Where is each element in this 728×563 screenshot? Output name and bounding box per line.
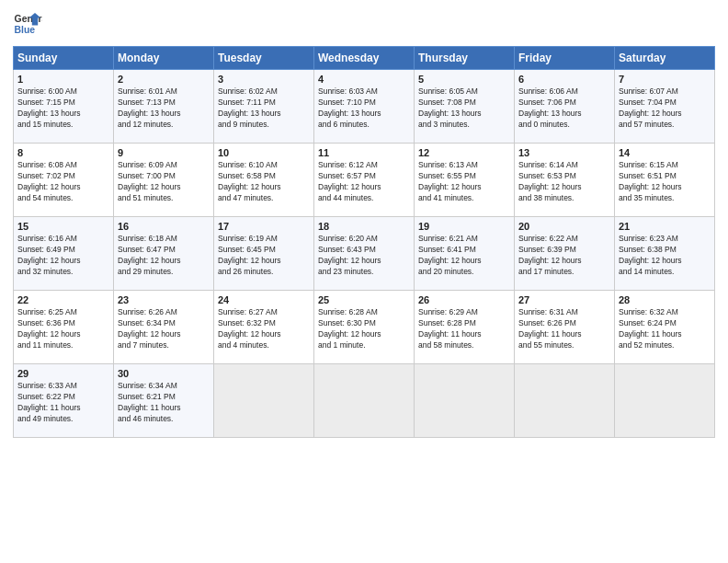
day-info: Sunrise: 6:00 AM — [17, 86, 109, 98]
day-info: Sunset: 6:28 PM — [418, 318, 510, 329]
day-info: Daylight: 12 hours — [17, 256, 109, 267]
day-info: and 32 minutes. — [17, 267, 109, 278]
day-info: Daylight: 12 hours — [619, 109, 711, 120]
logo: General Blue — [13, 9, 42, 39]
day-info: Sunrise: 6:14 AM — [518, 160, 610, 171]
day-info: Daylight: 13 hours — [118, 109, 210, 120]
day-number: 3 — [218, 74, 310, 85]
day-info: and 44 minutes. — [318, 193, 410, 204]
day-info: Sunrise: 6:33 AM — [17, 381, 109, 392]
day-info: Sunrise: 6:09 AM — [118, 160, 210, 171]
day-info: Sunrise: 6:16 AM — [17, 234, 109, 245]
day-number: 23 — [118, 294, 210, 305]
day-info: Daylight: 11 hours — [418, 329, 510, 340]
day-info: Daylight: 12 hours — [619, 256, 711, 267]
day-info: and 4 minutes. — [218, 340, 310, 351]
day-info: Sunset: 6:51 PM — [619, 171, 711, 182]
day-number: 28 — [619, 294, 711, 305]
day-info: Daylight: 12 hours — [318, 182, 410, 193]
day-info: Daylight: 11 hours — [619, 329, 711, 340]
day-info: Sunset: 7:11 PM — [218, 98, 310, 109]
day-number: 29 — [17, 368, 109, 379]
day-info: Sunset: 6:26 PM — [518, 318, 610, 329]
day-info: Sunrise: 6:10 AM — [218, 160, 310, 171]
calendar-header: SundayMondayTuesdayWednesdayThursdayFrid… — [14, 47, 715, 70]
calendar-cell — [415, 364, 515, 438]
day-number: 5 — [418, 74, 510, 85]
day-info: Sunrise: 6:21 AM — [418, 234, 510, 245]
day-info: Sunset: 7:13 PM — [118, 98, 210, 109]
header: General Blue — [13, 9, 715, 39]
day-info: Daylight: 11 hours — [17, 403, 109, 414]
day-info: Daylight: 12 hours — [518, 182, 610, 193]
day-number: 17 — [218, 221, 310, 232]
day-info: and 35 minutes. — [619, 193, 711, 204]
day-number: 22 — [17, 294, 109, 305]
day-info: and 6 minutes. — [318, 120, 410, 131]
day-info: Sunset: 6:45 PM — [218, 245, 310, 256]
week-row-2: 8Sunrise: 6:08 AMSunset: 7:02 PMDaylight… — [14, 144, 715, 217]
day-info: and 20 minutes. — [418, 267, 510, 278]
day-info: Daylight: 11 hours — [518, 329, 610, 340]
day-info: and 15 minutes. — [17, 120, 109, 131]
calendar-cell: 14Sunrise: 6:15 AMSunset: 6:51 PMDayligh… — [615, 144, 715, 217]
day-number: 15 — [17, 221, 109, 232]
week-row-4: 22Sunrise: 6:25 AMSunset: 6:36 PMDayligh… — [14, 291, 715, 364]
day-info: Sunset: 7:15 PM — [17, 98, 109, 109]
day-info: Sunrise: 6:15 AM — [619, 160, 711, 171]
day-number: 11 — [318, 147, 410, 158]
day-info: and 38 minutes. — [518, 193, 610, 204]
day-number: 13 — [518, 147, 610, 158]
calendar-cell: 10Sunrise: 6:10 AMSunset: 6:58 PMDayligh… — [214, 144, 314, 217]
day-info: Daylight: 12 hours — [619, 182, 711, 193]
day-info: and 46 minutes. — [118, 414, 210, 425]
day-info: and 11 minutes. — [17, 340, 109, 351]
calendar-cell: 24Sunrise: 6:27 AMSunset: 6:32 PMDayligh… — [214, 291, 314, 364]
day-info: and 54 minutes. — [17, 193, 109, 204]
day-info: and 9 minutes. — [218, 120, 310, 131]
day-info: Sunrise: 6:20 AM — [318, 234, 410, 245]
day-info: Sunrise: 6:01 AM — [118, 86, 210, 98]
day-info: Sunset: 7:00 PM — [118, 171, 210, 182]
calendar-page: General Blue SundayMondayTuesdayWednesda… — [0, 0, 728, 563]
day-info: Daylight: 13 hours — [518, 109, 610, 120]
day-info: Sunset: 6:39 PM — [518, 245, 610, 256]
calendar-cell: 23Sunrise: 6:26 AMSunset: 6:34 PMDayligh… — [114, 291, 214, 364]
calendar-cell: 30Sunrise: 6:34 AMSunset: 6:21 PMDayligh… — [114, 364, 214, 438]
day-number: 1 — [17, 74, 109, 85]
day-info: and 7 minutes. — [118, 340, 210, 351]
day-info: Sunrise: 6:29 AM — [418, 307, 510, 318]
day-info: Daylight: 13 hours — [418, 109, 510, 120]
day-info: Sunrise: 6:08 AM — [17, 160, 109, 171]
day-info: Daylight: 12 hours — [318, 329, 410, 340]
calendar-cell: 19Sunrise: 6:21 AMSunset: 6:41 PMDayligh… — [415, 217, 515, 291]
calendar-cell: 4Sunrise: 6:03 AMSunset: 7:10 PMDaylight… — [314, 70, 415, 144]
day-info: Sunset: 6:24 PM — [619, 318, 711, 329]
day-info: and 1 minute. — [318, 340, 410, 351]
day-info: Daylight: 13 hours — [318, 109, 410, 120]
day-info: Sunset: 6:41 PM — [418, 245, 510, 256]
day-info: Sunrise: 6:13 AM — [418, 160, 510, 171]
day-info: Sunrise: 6:19 AM — [218, 234, 310, 245]
day-info: Sunrise: 6:23 AM — [619, 234, 711, 245]
day-info: Sunrise: 6:03 AM — [318, 86, 410, 98]
day-number: 25 — [318, 294, 410, 305]
calendar-cell: 12Sunrise: 6:13 AMSunset: 6:55 PMDayligh… — [415, 144, 515, 217]
day-info: Sunset: 6:43 PM — [318, 245, 410, 256]
calendar-cell: 6Sunrise: 6:06 AMSunset: 7:06 PMDaylight… — [515, 70, 615, 144]
calendar-table: SundayMondayTuesdayWednesdayThursdayFrid… — [13, 46, 715, 438]
header-sunday: Sunday — [14, 47, 114, 70]
day-info: and 26 minutes. — [218, 267, 310, 278]
day-info: Sunset: 6:34 PM — [118, 318, 210, 329]
calendar-cell: 29Sunrise: 6:33 AMSunset: 6:22 PMDayligh… — [14, 364, 114, 438]
day-info: and 55 minutes. — [518, 340, 610, 351]
day-info: and 0 minutes. — [518, 120, 610, 131]
day-info: Sunrise: 6:25 AM — [17, 307, 109, 318]
day-info: and 12 minutes. — [118, 120, 210, 131]
day-info: Daylight: 12 hours — [118, 329, 210, 340]
day-info: Daylight: 12 hours — [418, 256, 510, 267]
calendar-cell — [615, 364, 715, 438]
day-info: Daylight: 12 hours — [218, 329, 310, 340]
calendar-cell — [515, 364, 615, 438]
day-info: Sunrise: 6:06 AM — [518, 86, 610, 98]
